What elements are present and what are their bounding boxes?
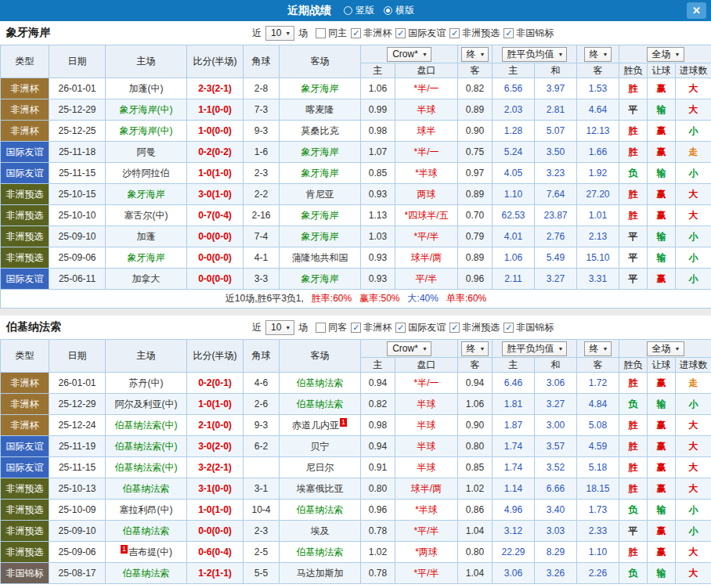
- col-header-type: 类型: [1, 340, 49, 373]
- home-team-cell: 阿尔及利亚(中): [106, 394, 187, 415]
- col-header-result-wdl: 胜负: [619, 358, 648, 373]
- avg-win: 4.01: [493, 226, 535, 247]
- close-button[interactable]: ✕: [687, 2, 706, 19]
- col-header-date: 日期: [49, 340, 106, 373]
- match-date: 25-11-18: [49, 142, 106, 163]
- home-team-cell: 伯基纳法索(中): [106, 436, 187, 457]
- select-value: 全场: [652, 343, 671, 355]
- result-goals: 小: [676, 247, 711, 269]
- match-score: 0-0(0-0): [187, 269, 244, 290]
- team-section-1: 象牙海岸 近 10▼ 场 同主✓非洲杯✓国际友谊✓非洲预选✓非国锦标 类型 日期…: [0, 21, 711, 308]
- odds-home: 1.07: [361, 142, 395, 163]
- checkbox-label: 非洲预选: [462, 321, 500, 334]
- final-odds-select[interactable]: 终▼: [584, 341, 612, 356]
- result-goals: 小: [676, 521, 711, 542]
- match-date: 25-08-17: [49, 563, 106, 584]
- chevron-down-icon: ▼: [480, 343, 485, 355]
- odds-away: 0.80: [458, 436, 493, 457]
- select-value: Crow*: [392, 49, 418, 60]
- result-goals: 大: [676, 542, 711, 563]
- avg-draw: 7.64: [535, 184, 577, 205]
- radio-horizontal-layout[interactable]: 横版: [384, 4, 414, 17]
- avg-draw: 3.27: [535, 269, 577, 290]
- avg-lose: 2.26: [577, 563, 619, 584]
- final-odds-select[interactable]: 终▼: [461, 47, 489, 62]
- chevron-down-icon: ▼: [675, 49, 680, 60]
- filter-checkbox[interactable]: ✓非洲预选: [449, 27, 500, 40]
- away-team-cell: 伯基纳法索: [280, 373, 361, 394]
- odds-away: 0.90: [458, 121, 493, 142]
- select-value: 10: [271, 322, 281, 334]
- team-name: 塞拉利昂(中): [120, 504, 173, 515]
- filter-checkbox[interactable]: 同主: [316, 27, 347, 40]
- filter-checkbox[interactable]: ✓国际友谊: [395, 27, 446, 40]
- close-icon: ✕: [692, 5, 701, 16]
- bookmaker-select[interactable]: Crow*▼: [387, 341, 431, 356]
- team-name: 肯尼亚: [306, 189, 334, 200]
- result-goals: 走: [676, 373, 711, 394]
- corner-count: 6-2: [244, 436, 280, 457]
- away-team-cell: 象牙海岸: [280, 269, 361, 290]
- end-select-cell: 终▼: [577, 45, 619, 63]
- match-count-select[interactable]: 10▼: [265, 320, 294, 335]
- summary-segment: 近10场,胜6平3负1,: [226, 293, 304, 304]
- filter-bar: 近 10▼ 场 同客✓非洲杯✓国际友谊✓非洲预选✓非国锦标: [252, 320, 554, 335]
- final-odds-select[interactable]: 终▼: [461, 341, 489, 356]
- col-header-odds-home: 主: [361, 63, 395, 78]
- result-goals: 大: [676, 184, 711, 205]
- match-score: 3-1(0-0): [187, 478, 244, 500]
- avg-draw: 2.76: [535, 226, 577, 247]
- checkbox-icon: ✓: [395, 323, 406, 333]
- match-score: 0-2(0-1): [187, 373, 244, 394]
- checkbox-icon: ✓: [449, 28, 460, 38]
- away-team-cell: 象牙海岸: [280, 205, 361, 226]
- team-name: 阿尔及利亚(中): [115, 399, 178, 409]
- table-header: 类型 日期 主场 比分(半场) 角球 客场 Crow*▼ 终▼ 胜平负均值▼ 终…: [1, 340, 711, 373]
- odds-away: 0.86: [458, 500, 493, 521]
- avg-win: 1.28: [493, 121, 535, 142]
- team-name: 象牙海岸: [301, 168, 339, 179]
- filter-checkbox[interactable]: ✓非洲杯: [351, 321, 392, 334]
- odds-handicap: 半球: [395, 394, 458, 415]
- result-wdl: 平: [619, 247, 648, 269]
- result-wdl: 负: [619, 394, 648, 415]
- full-match-select[interactable]: 全场▼: [647, 47, 684, 62]
- chevron-down-icon: ▼: [558, 49, 564, 60]
- corner-count: 7-3: [244, 99, 280, 121]
- corner-count: 2-2: [244, 184, 280, 205]
- bookmaker-select[interactable]: Crow*▼: [387, 47, 431, 62]
- filter-checkbox[interactable]: ✓国际友谊: [395, 321, 446, 334]
- away-team-cell: 象牙海岸: [280, 78, 361, 99]
- match-date: 25-10-13: [49, 478, 106, 500]
- result-wdl: 胜: [619, 373, 648, 394]
- result-wdl: 胜: [619, 121, 648, 142]
- filter-checkbox[interactable]: ✓非国锦标: [503, 27, 554, 40]
- odds-home: 0.85: [361, 163, 395, 184]
- match-type-badge: 国际友谊: [1, 457, 49, 478]
- match-type-badge: 非洲杯: [1, 373, 49, 394]
- final-odds-select[interactable]: 终▼: [584, 47, 612, 62]
- filter-checkbox[interactable]: ✓非洲杯: [351, 27, 392, 40]
- avg-lose: 1.53: [577, 78, 619, 99]
- result-handicap: 输: [648, 247, 676, 269]
- wdl-average-select[interactable]: 胜平负均值▼: [502, 341, 568, 356]
- result-handicap: 赢: [648, 415, 676, 436]
- corner-count: 3-1: [244, 478, 280, 500]
- wdl-average-select[interactable]: 胜平负均值▼: [502, 47, 568, 62]
- checkbox-label: 同客: [328, 321, 347, 334]
- games-label: 场: [298, 321, 308, 334]
- filter-checkbox[interactable]: ✓非国锦标: [503, 321, 554, 334]
- filter-checkbox[interactable]: 同客: [316, 321, 347, 334]
- crow-select-cell: Crow*▼: [361, 340, 458, 358]
- radio-vertical-layout[interactable]: 竖版: [344, 4, 374, 17]
- match-count-select[interactable]: 10▼: [265, 26, 294, 41]
- match-score: 2-3(2-1): [187, 78, 244, 99]
- corner-count: 2-16: [244, 205, 280, 226]
- chevron-down-icon: ▼: [480, 49, 485, 60]
- filter-checkbox[interactable]: ✓非洲预选: [449, 321, 500, 334]
- avg-draw: 3.00: [535, 415, 577, 436]
- odds-away: 0.94: [458, 373, 493, 394]
- result-goals: 走: [676, 142, 711, 163]
- result-wdl: 胜: [619, 415, 648, 436]
- full-match-select[interactable]: 全场▼: [647, 341, 684, 356]
